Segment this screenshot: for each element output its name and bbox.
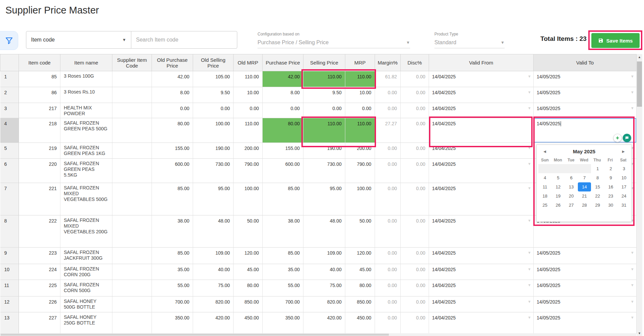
column-header[interactable]: Supplier Item Code [112, 54, 152, 71]
cell-disc-percent[interactable]: 0.00 [401, 215, 429, 248]
calendar-day[interactable]: 17 [617, 182, 630, 191]
cell-valid-from[interactable]: 14/04/2025▼ [429, 264, 534, 280]
extension-chat-icon[interactable] [623, 134, 631, 142]
cell-mrp[interactable]: 200.00 [345, 143, 375, 159]
cell-purchase-price[interactable]: 350.00 [263, 312, 303, 334]
configuration-dropdown[interactable]: Configuration based on Purchase Price / … [258, 32, 410, 48]
cell-selling-price[interactable]: 95.00 [303, 183, 345, 215]
scroll-down-icon[interactable]: ▼ [637, 330, 642, 336]
cell-valid-from[interactable]: 14/04/2025▼ [429, 87, 534, 103]
cell-mrp[interactable]: 790.00 [345, 159, 375, 183]
cell-selling-price[interactable]: 48.00 [303, 215, 345, 248]
column-header[interactable]: Disc% [401, 54, 429, 71]
cell-valid-from[interactable]: 14/04/2025▼ [429, 248, 534, 264]
cell-disc-percent[interactable]: 0.00 [401, 87, 429, 103]
calendar-day[interactable]: 30 [604, 201, 617, 210]
calendar-day[interactable]: 19 [552, 191, 565, 201]
cell-selling-price[interactable]: 109.00 [303, 248, 345, 264]
cell-purchase-price[interactable]: 8.00 [263, 87, 303, 103]
cell-supplier-item-code[interactable] [112, 143, 152, 159]
cell-valid-to[interactable]: 14/05/2025▼ [534, 71, 637, 87]
cell-purchase-price[interactable]: 38.00 [263, 215, 303, 248]
cell-valid-from[interactable]: 14/04/2025▼ [429, 71, 534, 87]
cell-valid-from[interactable]: 14/04/2025▼ [429, 159, 534, 183]
cell-mrp[interactable]: 850.00 [345, 296, 375, 312]
column-header[interactable]: MRP [345, 54, 375, 71]
calendar-day[interactable]: 3 [617, 164, 630, 173]
calendar-day[interactable]: 6 [565, 173, 578, 182]
column-header[interactable]: Item name [60, 54, 112, 71]
cell-disc-percent[interactable]: 0.00 [401, 264, 429, 280]
calendar-day[interactable]: 2 [604, 164, 617, 173]
cell-valid-from[interactable]: 14/04/2025▼ [429, 103, 534, 118]
cell-purchase-price[interactable]: 35.00 [263, 264, 303, 280]
cell-purchase-price[interactable]: 85.00 [263, 183, 303, 215]
calendar-day[interactable]: 9 [604, 173, 617, 182]
calendar-day[interactable]: 20 [565, 191, 578, 201]
calendar-day[interactable]: 18 [538, 191, 552, 201]
horizontal-scrollbar[interactable] [0, 333, 636, 336]
cell-supplier-item-code[interactable] [112, 248, 152, 264]
calendar-day[interactable]: 21 [578, 191, 591, 201]
calendar-day[interactable]: 26 [552, 201, 565, 210]
cell-selling-price[interactable]: 190.00 [303, 143, 345, 159]
cell-disc-percent[interactable]: 0.00 [401, 103, 429, 118]
cell-mrp[interactable]: 45.00 [345, 264, 375, 280]
cell-supplier-item-code[interactable] [112, 312, 152, 334]
cell-disc-percent[interactable]: 0.00 [401, 159, 429, 183]
cell-supplier-item-code[interactable] [112, 215, 152, 248]
product-type-dropdown[interactable]: Product Type Standard ▼ [434, 32, 505, 48]
cell-margin-percent[interactable]: 0.00 [375, 280, 401, 296]
calendar-day[interactable]: 29 [591, 201, 604, 210]
scroll-up-icon[interactable]: ▲ [637, 54, 642, 60]
cell-supplier-item-code[interactable] [112, 87, 152, 103]
search-type-select[interactable]: Item code ▼ [26, 31, 131, 49]
cell-margin-percent[interactable]: 27.27 [375, 118, 401, 143]
cell-supplier-item-code[interactable] [112, 264, 152, 280]
cell-margin-percent[interactable]: 0.00 [375, 215, 401, 248]
cell-supplier-item-code[interactable] [112, 159, 152, 183]
cell-mrp[interactable]: 120.00 [345, 248, 375, 264]
cell-disc-percent[interactable]: 0.00 [401, 312, 429, 334]
column-header[interactable]: Item code [19, 54, 60, 71]
calendar-day[interactable]: 24 [617, 191, 630, 201]
cell-selling-price[interactable]: 110.00 [303, 71, 345, 87]
calendar-day[interactable]: 16 [604, 182, 617, 191]
cell-mrp[interactable]: 110.00 [345, 118, 375, 143]
cell-margin-percent[interactable]: 0.00 [375, 183, 401, 215]
cell-supplier-item-code[interactable] [112, 71, 152, 87]
calendar-day[interactable]: 14 [578, 182, 591, 191]
extension-plus-icon[interactable] [613, 134, 622, 142]
cell-valid-to[interactable]: 14/05/2025▼ [534, 312, 637, 334]
cell-disc-percent[interactable]: 0.00 [401, 183, 429, 215]
cell-selling-price[interactable]: 820.00 [303, 296, 345, 312]
save-items-button[interactable]: Save Items [591, 33, 640, 48]
cell-supplier-item-code[interactable] [112, 118, 152, 143]
search-input[interactable] [131, 31, 237, 49]
calendar-day[interactable]: 23 [604, 191, 617, 201]
column-header[interactable]: Purchase Price [263, 54, 303, 71]
calendar-day[interactable]: 7 [578, 173, 591, 182]
cell-margin-percent[interactable]: 0.00 [375, 159, 401, 183]
cell-mrp[interactable]: 100.00 [345, 183, 375, 215]
column-header[interactable]: Valid From [429, 54, 534, 71]
cell-purchase-price[interactable]: 155.00 [263, 143, 303, 159]
cell-supplier-item-code[interactable] [112, 183, 152, 215]
calendar-day[interactable]: 22 [591, 191, 604, 201]
cell-valid-from[interactable]: 14/04/2025▼ [429, 312, 534, 334]
column-header[interactable]: Old MRP [234, 54, 263, 71]
cell-valid-to[interactable]: 14/05/2025▼ [534, 103, 637, 118]
cell-margin-percent[interactable]: 0.00 [375, 296, 401, 312]
cell-mrp[interactable]: 50.00 [345, 215, 375, 248]
column-header[interactable]: Old Purchase Price [152, 54, 193, 71]
cell-mrp[interactable]: 10.00 [345, 87, 375, 103]
column-header[interactable]: Old Selling Price [193, 54, 234, 71]
calendar-day[interactable]: 25 [538, 201, 552, 210]
cell-disc-percent[interactable]: 0.00 [401, 71, 429, 87]
calendar-day[interactable]: 13 [565, 182, 578, 191]
cell-purchase-price[interactable]: 55.00 [263, 280, 303, 296]
cell-margin-percent[interactable]: 0.00 [375, 248, 401, 264]
cell-mrp[interactable]: 0.00 [345, 103, 375, 118]
column-header[interactable]: Margin% [375, 54, 401, 71]
cell-margin-percent[interactable]: 61.82 [375, 71, 401, 87]
